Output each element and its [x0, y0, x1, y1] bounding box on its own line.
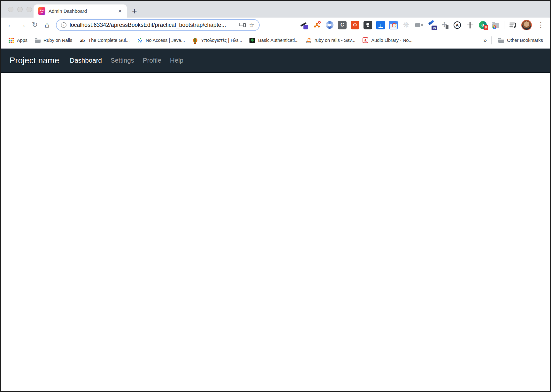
tab-title: Admin Dashboard	[49, 8, 114, 14]
camera-extension-icon[interactable]	[415, 21, 423, 29]
bookmark-the-complete-guide[interactable]: ab The Complete Gui...	[77, 36, 132, 45]
extension-badge: 76	[432, 26, 437, 30]
bookmark-no-access-java[interactable]: No Access | Java...	[135, 36, 187, 45]
bookmark-star-icon[interactable]: ☆	[249, 21, 255, 29]
new-tab-button[interactable]: +	[132, 7, 137, 16]
forward-button[interactable]: →	[18, 20, 28, 30]
rubymine-favicon-icon: RM	[38, 7, 45, 15]
other-bookmarks-button[interactable]: Other Bookmarks	[496, 36, 545, 45]
bookmark-ruby-on-rails[interactable]: Ruby on Rails	[33, 36, 74, 45]
scatter-dots-icon	[137, 37, 143, 43]
site-info-icon[interactable]: i	[61, 22, 66, 28]
bookmark-ypologistes[interactable]: Υπολογιστές | Ηλε...	[190, 36, 244, 45]
extension-badge: 8	[484, 25, 488, 30]
faded-flower-extension-icon[interactable]: ❋	[402, 21, 410, 29]
site-navbar: Project name Dashboard Settings Profile …	[1, 49, 550, 73]
address-bar[interactable]: i localhost:63342/apressBooksEdit/practi…	[56, 19, 260, 31]
browser-window: RM Admin Dashboard × + ← → ↻ ⌂ i localho…	[0, 0, 551, 392]
browser-tab[interactable]: RM Admin Dashboard ×	[34, 4, 127, 18]
zoom-window-button[interactable]	[27, 7, 32, 12]
back-button[interactable]: ←	[5, 20, 16, 30]
bookmark-apps[interactable]: Apps	[6, 36, 29, 45]
pen-badge-extension-icon[interactable]: 76	[427, 21, 436, 29]
site-nav-links: Dashboard Settings Profile Help	[70, 57, 184, 64]
bookmarks-divider	[491, 36, 492, 44]
browser-toolbar: ← → ↻ ⌂ i localhost:63342/apressBooksEdi…	[1, 18, 550, 32]
circled-a-extension-icon[interactable]: A	[453, 21, 462, 29]
bookmark-ruby-on-rails-saved[interactable]: ruby on rails - Sav...	[304, 36, 357, 45]
bookmarks-bar: Apps Ruby on Rails ab The Complete Gui..…	[1, 32, 550, 49]
close-window-button[interactable]	[8, 7, 13, 12]
nav-link-dashboard[interactable]: Dashboard	[70, 57, 102, 64]
window-gauge-extension-icon[interactable]	[389, 21, 398, 29]
browser-menu-icon[interactable]: ⋮	[536, 21, 546, 29]
stackoverflow-icon	[306, 37, 312, 43]
nav-link-help[interactable]: Help	[170, 57, 183, 64]
page-viewport: Project name Dashboard Settings Profile …	[1, 49, 550, 391]
toolbar-right-cluster: C ⚙ ↓ ❋ 76 ✣ A a 8	[300, 20, 546, 30]
page-body-empty	[1, 73, 550, 391]
traffic-lights	[8, 7, 32, 12]
nav-link-settings[interactable]: Settings	[111, 57, 134, 64]
org-people-extension-icon[interactable]	[312, 21, 321, 29]
nav-link-profile[interactable]: Profile	[143, 57, 161, 64]
folder-icon	[498, 37, 504, 43]
bookmarks-bar-right: » Other Bookmarks	[484, 36, 545, 45]
profile-avatar[interactable]	[521, 20, 532, 30]
green-diamond-icon	[249, 37, 255, 43]
lightbulb-extension-icon[interactable]	[364, 21, 372, 29]
bookmark-basic-authentication[interactable]: Basic Authenticati...	[247, 36, 301, 45]
bookmarks-overflow-icon[interactable]: »	[484, 37, 487, 44]
folder-chrome-extension-icon[interactable]	[491, 21, 500, 29]
bookmark-audio-library[interactable]: a Audio Library · No...	[361, 36, 415, 45]
navbar-brand[interactable]: Project name	[10, 56, 59, 65]
move-cross-extension-icon[interactable]	[466, 21, 474, 29]
tab-strip: RM Admin Dashboard × +	[1, 1, 550, 18]
download-extension-icon[interactable]: ↓	[376, 21, 385, 29]
playlist-music-icon[interactable]	[509, 21, 517, 29]
send-to-devices-icon[interactable]	[239, 22, 246, 27]
a-letter-badge-extension-icon[interactable]: a 8	[478, 21, 487, 29]
ab-logo-icon: ab	[79, 37, 85, 43]
blue-swirl-extension-icon[interactable]	[325, 21, 334, 29]
orange-gear-extension-icon[interactable]: ⚙	[351, 21, 359, 29]
close-tab-icon[interactable]: ×	[118, 8, 122, 15]
c-letter-extension-icon[interactable]: C	[338, 21, 347, 29]
apps-grid-icon	[8, 37, 14, 43]
home-button[interactable]: ⌂	[42, 20, 52, 30]
minimize-window-button[interactable]	[17, 7, 23, 12]
folder-icon	[34, 37, 41, 43]
eyedropper-extension-icon[interactable]	[300, 21, 308, 29]
reload-button[interactable]: ↻	[30, 20, 40, 30]
fan-phone-extension-icon[interactable]: ✣	[440, 21, 449, 29]
toolbar-divider	[504, 21, 504, 29]
audio-a-icon: a	[363, 37, 369, 43]
balloon-icon	[192, 37, 198, 43]
url-text[interactable]: localhost:63342/apressBooksEdit/practica…	[70, 22, 236, 28]
